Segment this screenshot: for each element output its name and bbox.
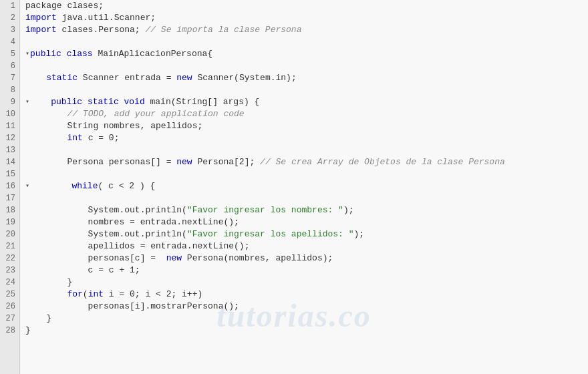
token-plain: ( c < 2 ) { <box>98 180 155 192</box>
token-kw: new <box>176 72 192 84</box>
code-line: } <box>25 325 588 337</box>
line-number: 23 <box>6 264 15 276</box>
token-plain: main(String[] args) { <box>145 96 260 108</box>
token-kw: int <box>67 132 82 144</box>
line-number: 1 <box>11 0 15 12</box>
code-line: ▾public class MainAplicacionPersona{ <box>25 48 588 60</box>
token-plain: ); <box>353 228 364 240</box>
token-plain: String nombres, apellidos; <box>25 120 202 132</box>
code-editor: 1234567891011121314151617181920212223242… <box>0 0 588 374</box>
line-number: 15 <box>6 168 15 180</box>
token-plain: clases.Persona; <box>57 24 146 36</box>
token-str: "Favor ingresar los nombres: " <box>187 204 343 216</box>
line-number: 21 <box>6 240 15 252</box>
code-line: c = c + 1; <box>25 264 588 276</box>
token-plain: personas[i].mostrarPersona(); <box>25 301 239 313</box>
line-number: 25 <box>6 289 15 301</box>
code-line: // TODO, add your application code <box>25 108 588 120</box>
code-line <box>25 36 588 48</box>
token-plain <box>82 96 88 108</box>
token-cm: // Se crea Array de Objetos de la clase … <box>260 156 505 168</box>
code-line: nombres = entrada.nextLine(); <box>25 216 588 228</box>
code-line: } <box>25 276 588 289</box>
code-line: package clases; <box>25 0 588 12</box>
line-number: 4 <box>11 36 15 48</box>
code-line <box>25 60 588 72</box>
line-number: 22 <box>6 252 15 264</box>
code-line <box>25 84 588 96</box>
token-kw: int <box>88 289 104 301</box>
fold-icon[interactable]: ▾ <box>25 180 29 192</box>
token-kw: new <box>166 252 182 264</box>
token-plain <box>25 289 67 301</box>
token-plain <box>25 132 67 144</box>
line-number: 12 <box>6 132 15 144</box>
token-plain <box>119 96 124 108</box>
token-kw: public <box>51 96 82 108</box>
token-plain <box>25 72 46 84</box>
code-line: String nombres, apellidos; <box>25 120 588 132</box>
line-number: 17 <box>6 192 15 204</box>
token-kw: public <box>30 48 61 60</box>
code-line: import clases.Persona; // Se importa la … <box>25 24 588 36</box>
code-line: System.out.println("Favor ingresar los a… <box>25 228 588 240</box>
code-line: ▾ while( c < 2 ) { <box>25 180 588 192</box>
line-number: 18 <box>6 204 15 216</box>
fold-icon[interactable]: ▾ <box>25 48 29 60</box>
token-plain: Scanner(System.in); <box>192 72 297 84</box>
code-line: } <box>25 313 588 325</box>
token-plain: Persona personas[] = <box>25 156 176 168</box>
token-plain: ( <box>83 289 88 301</box>
code-line: static Scanner entrada = new Scanner(Sys… <box>25 72 588 84</box>
token-cm: // TODO, add your application code <box>67 108 244 120</box>
code-line: personas[c] = new Persona(nombres, apell… <box>25 252 588 264</box>
token-plain: } <box>25 325 31 337</box>
line-number: 20 <box>6 228 15 240</box>
line-number: 7 <box>11 72 15 84</box>
token-plain: Persona[2]; <box>192 156 260 168</box>
line-number: 16 <box>6 180 15 192</box>
code-line: ▾ public static void main(String[] args)… <box>25 96 588 108</box>
token-plain: } <box>25 276 72 289</box>
code-line: int c = 0; <box>25 132 588 144</box>
fold-icon[interactable]: ▾ <box>25 96 29 108</box>
token-str: "Favor ingresar los apellidos: " <box>187 228 354 240</box>
token-plain: ); <box>343 204 354 216</box>
code-line: Persona personas[] = new Persona[2]; // … <box>25 156 588 168</box>
line-number: 8 <box>11 84 15 96</box>
token-plain <box>61 48 67 60</box>
token-kw: import <box>25 12 57 24</box>
line-number: 24 <box>6 276 15 289</box>
line-number: 27 <box>6 313 15 325</box>
token-plain <box>25 108 67 120</box>
code-line: personas[i].mostrarPersona(); <box>25 301 588 313</box>
token-plain <box>30 96 51 108</box>
token-plain: package clases; <box>25 0 104 12</box>
line-number-gutter: 1234567891011121314151617181920212223242… <box>0 0 20 374</box>
code-line: System.out.println("Favor ingresar los n… <box>25 204 588 216</box>
line-number: 28 <box>6 325 15 337</box>
token-plain: Persona(nombres, apellidos); <box>182 252 333 264</box>
token-cm: // Se importa la clase Persona <box>145 24 301 36</box>
token-plain: nombres = entrada.nextLine(); <box>25 216 239 228</box>
token-plain: Scanner entrada = <box>78 72 176 84</box>
line-number: 14 <box>6 156 15 168</box>
token-kw: while <box>71 180 98 192</box>
code-line: apellidos = entrada.nextLine(); <box>25 240 588 252</box>
token-plain: System.out.println( <box>25 204 187 216</box>
line-number: 9 <box>11 96 15 108</box>
token-plain: c = c + 1; <box>25 264 140 276</box>
line-number: 6 <box>11 60 15 72</box>
line-number: 10 <box>6 108 15 120</box>
line-number: 5 <box>11 48 15 60</box>
token-plain: System.out.println( <box>25 228 187 240</box>
token-kw: class <box>67 48 93 60</box>
code-area: package clases;import java.util.Scanner;… <box>20 0 588 374</box>
line-number: 11 <box>6 120 15 132</box>
token-plain: } <box>25 313 51 325</box>
token-kw: static <box>46 72 78 84</box>
line-number: 3 <box>11 24 15 36</box>
code-line: for(int i = 0; i < 2; i++) <box>25 289 588 301</box>
token-plain: c = 0; <box>83 132 120 144</box>
token-plain: MainAplicacionPersona{ <box>93 48 212 60</box>
